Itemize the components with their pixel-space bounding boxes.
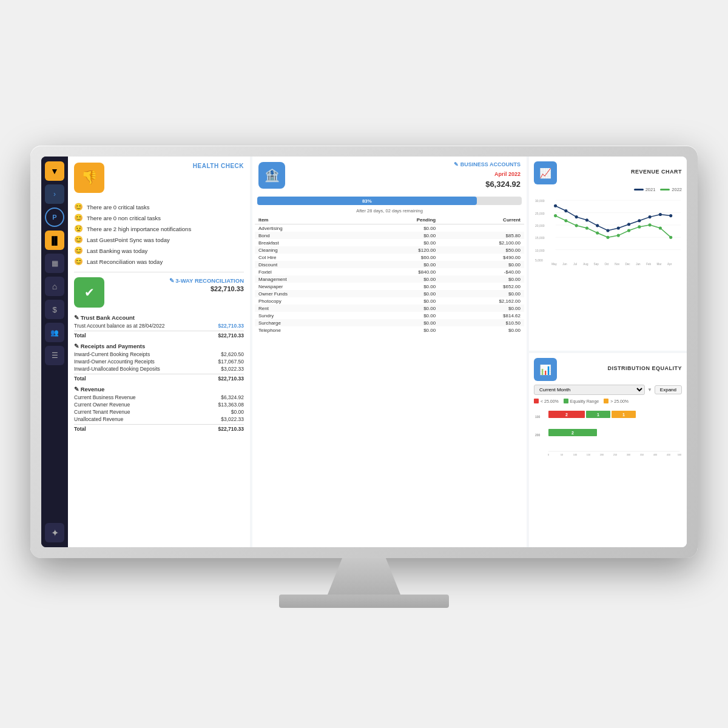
business-accounts-link[interactable]: ✎ BUSINESS ACCOUNTS — [290, 161, 521, 167]
svg-text:200: 200 — [535, 433, 541, 437]
revenue-row-3: Current Tenant Revenue $0.00 — [74, 408, 244, 416]
ba-col-pending: Pending — [362, 216, 439, 224]
dist-controls: Current Month ▼ Expand — [534, 385, 682, 395]
business-accounts-header: 🏦 ✎ BUSINESS ACCOUNTS April 2022 $6,324.… — [252, 157, 527, 194]
user-avatar-icon[interactable]: P — [45, 207, 64, 227]
health-item-banking: 😊 Last Banking was today — [74, 245, 244, 256]
business-accounts-amount: $6,324.92 — [485, 180, 521, 189]
svg-text:200: 200 — [600, 453, 604, 456]
svg-point-11 — [554, 204, 557, 207]
svg-text:0: 0 — [548, 453, 550, 456]
monitor-base — [279, 595, 449, 608]
svg-text:Jan: Jan — [636, 263, 641, 266]
recon-total-amount: $22,710.33 — [110, 285, 244, 292]
svg-point-21 — [659, 213, 662, 216]
expand-button[interactable]: Expand — [655, 385, 682, 394]
svg-text:2: 2 — [571, 431, 574, 435]
middle-panel: 🏦 ✎ BUSINESS ACCOUNTS April 2022 $6,324.… — [252, 157, 527, 547]
table-row: Foxtel$840.00-$40.00 — [255, 268, 524, 275]
right-panel: 📈 REVENUE CHART 2021 — [529, 157, 687, 547]
svg-text:400: 400 — [653, 453, 658, 456]
svg-point-25 — [575, 224, 578, 227]
svg-text:Feb: Feb — [646, 263, 651, 266]
revenue-chart-icon: 📈 — [534, 161, 557, 184]
table-row: Newspaper$0.00$652.00 — [255, 283, 524, 290]
revenue-title[interactable]: ✎ Revenue — [74, 386, 244, 393]
receipt-row-3: Inward-Unallocated Booking Deposits $3,0… — [74, 365, 244, 372]
receipts-payments-title[interactable]: ✎ Receipts and Payments — [74, 343, 244, 349]
legend-dot-green — [564, 399, 568, 403]
ba-table-container: Item Pending Current Advertising$0.00Bon… — [252, 216, 527, 547]
health-icon-guestpoint: 😊 — [74, 235, 83, 244]
table-row: Management$0.00$0.00 — [255, 275, 524, 283]
business-accounts-date: April 2022 — [494, 171, 521, 177]
legend-below: < 25.00% — [534, 399, 559, 403]
distribution-icon: 📊 — [534, 358, 557, 381]
svg-text:Oct: Oct — [604, 263, 609, 266]
svg-text:1: 1 — [622, 413, 625, 417]
svg-text:2: 2 — [565, 413, 568, 417]
ba-col-item: Item — [255, 216, 362, 224]
legend-label-equal: Equality Range — [570, 399, 599, 403]
svg-point-16 — [606, 229, 609, 232]
recon-link[interactable]: ✎ 3-WAY RECONCILIATION — [110, 277, 244, 284]
svg-point-33 — [659, 226, 662, 229]
revenue-chart-title: REVENUE CHART — [561, 169, 682, 175]
table-row: Bond$0.00$85.80 — [255, 232, 524, 239]
people-icon[interactable]: 👥 — [45, 323, 64, 342]
receipts-total-row: Total $22,710.33 — [74, 374, 244, 382]
table-row: Cot Hire$60.00$490.00 — [255, 254, 524, 261]
business-accounts-icon: 🏦 — [258, 162, 285, 189]
monitor-screen: ▼ › P ▐▌ ▦ ⌂ $ 👥 ☰ ✦ 👎 — [41, 157, 687, 547]
svg-text:150: 150 — [587, 453, 591, 456]
legend-dot-2022 — [660, 189, 670, 190]
revenue-chart-box: 📈 REVENUE CHART 2021 — [529, 157, 687, 351]
calendar-icon[interactable]: ▦ — [45, 254, 64, 273]
svg-text:Apr: Apr — [667, 263, 672, 266]
divider-1 — [74, 272, 244, 272]
svg-point-13 — [575, 215, 578, 218]
list-icon[interactable]: ☰ — [45, 346, 64, 365]
svg-text:Dec: Dec — [625, 263, 630, 266]
legend-label-above: > 25.00% — [610, 399, 629, 403]
revenue-chart-legend: 2021 2022 — [534, 187, 682, 192]
table-row: Telephone$0.00$0.00 — [255, 326, 524, 334]
legend-label-2022: 2022 — [672, 187, 682, 192]
recon-content: ✎ Trust Bank Account Trust Account balan… — [74, 314, 244, 433]
health-icon-reconciliation: 😊 — [74, 257, 83, 266]
filter-icon[interactable]: ▼ — [45, 161, 64, 181]
legend-above: > 25.00% — [604, 399, 629, 403]
svg-point-20 — [649, 215, 652, 218]
home-icon[interactable]: ⌂ — [45, 277, 64, 296]
svg-text:Sep: Sep — [594, 263, 599, 266]
table-row: Cleaning$120.00$50.00 — [255, 246, 524, 254]
svg-point-17 — [617, 226, 620, 229]
table-row: Photocopy$0.00$2,162.00 — [255, 297, 524, 305]
svg-point-14 — [585, 218, 588, 221]
chevron-right-icon[interactable]: › — [45, 184, 64, 204]
revenue-total-row: Total $22,710.33 — [74, 424, 244, 433]
distribution-title: DISTRIBUTION EQUALITY — [561, 365, 682, 371]
progress-bar-fill: 83% — [257, 197, 477, 205]
dist-month-select[interactable]: Current Month — [534, 385, 645, 395]
health-icon-critical: 😊 — [74, 203, 83, 211]
trust-bank-total-row: Total $22,710.33 — [74, 331, 244, 339]
revenue-chart-svg: 30,000 25,000 20,000 15,000 10,000 5,000 — [534, 195, 682, 268]
revenue-row-1: Current Business Revenue $6,324.92 — [74, 394, 244, 401]
progress-bar-container: 83% — [257, 197, 522, 205]
chart-bar-icon[interactable]: ▐▌ — [45, 231, 64, 250]
add-icon[interactable]: ✦ — [45, 523, 64, 542]
svg-point-12 — [564, 209, 567, 212]
svg-text:50: 50 — [561, 453, 564, 456]
svg-text:May: May — [551, 263, 557, 266]
receipt-row-2: Inward-Owner Accounting Receipts $17,067… — [74, 358, 244, 365]
trust-bank-title[interactable]: ✎ Trust Bank Account — [74, 314, 244, 321]
svg-point-18 — [627, 223, 630, 226]
dollar-icon[interactable]: $ — [45, 300, 64, 319]
health-check-title: HEALTH CHECK — [110, 163, 244, 169]
svg-point-24 — [564, 219, 567, 222]
monitor-stand — [328, 558, 400, 595]
svg-text:25,000: 25,000 — [535, 212, 545, 215]
svg-point-32 — [649, 223, 652, 226]
monitor-body: ▼ › P ▐▌ ▦ ⌂ $ 👥 ☰ ✦ 👎 — [30, 146, 698, 558]
